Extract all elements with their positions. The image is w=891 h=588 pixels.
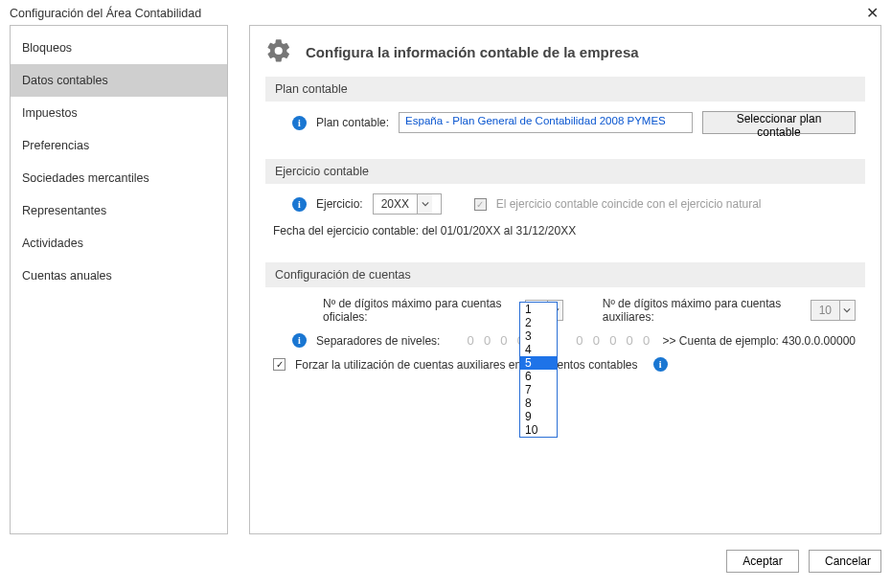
info-icon: i bbox=[292, 333, 307, 348]
dropdown-option[interactable]: 10 bbox=[520, 423, 557, 437]
dropdown-option[interactable]: 9 bbox=[520, 410, 557, 423]
ejercicio-select[interactable]: 20XX bbox=[373, 193, 442, 215]
sidebar-item-label: Actividades bbox=[22, 237, 83, 250]
sidebar-item-representantes[interactable]: Representantes bbox=[11, 194, 227, 227]
sidebar: Bloqueos Datos contables Impuestos Prefe… bbox=[10, 25, 228, 534]
dropdown-option[interactable]: 7 bbox=[520, 383, 557, 396]
sidebar-item-label: Cuentas anuales bbox=[22, 269, 112, 283]
example-account: >> Cuenta de ejemplo: 430.0.0.00000 bbox=[663, 334, 857, 348]
max-oficiales-dropdown[interactable]: 1 2 3 4 5 6 7 8 9 10 bbox=[519, 302, 558, 438]
select-plan-button[interactable]: Seleccionar plan contable bbox=[702, 111, 856, 134]
dropdown-option[interactable]: 6 bbox=[520, 370, 557, 383]
plan-contable-field[interactable]: España - Plan General de Contabilidad 20… bbox=[399, 112, 693, 133]
match-natural-checkbox: ✓ bbox=[474, 198, 487, 211]
button-label: Seleccionar plan contable bbox=[737, 112, 822, 139]
dropdown-option[interactable]: 4 bbox=[520, 343, 557, 356]
dropdown-option[interactable]: 1 bbox=[520, 303, 557, 316]
max-aux-label: Nº de dígitos máximo para cuentas auxili… bbox=[603, 297, 801, 324]
info-icon: i bbox=[292, 116, 307, 130]
button-label: Aceptar bbox=[742, 554, 782, 568]
dropdown-option[interactable]: 8 bbox=[520, 396, 557, 410]
main-panel: Configura la información contable de la … bbox=[249, 25, 881, 534]
dropdown-option[interactable]: 3 bbox=[520, 329, 557, 343]
dialog-footer: Aceptar Cancelar bbox=[0, 542, 891, 573]
select-value: 20XX bbox=[374, 197, 417, 211]
cancel-button[interactable]: Cancelar bbox=[809, 550, 881, 573]
info-icon: i bbox=[653, 357, 668, 372]
close-icon[interactable]: ✕ bbox=[862, 6, 881, 21]
chevron-down-icon bbox=[839, 301, 855, 320]
sidebar-item-datos-contables[interactable]: Datos contables bbox=[11, 64, 227, 97]
sidebar-item-impuestos[interactable]: Impuestos bbox=[11, 97, 227, 129]
forzar-aux-label: Forzar la utilización de cuentas auxilia… bbox=[295, 358, 638, 372]
plan-contable-value: España - Plan General de Contabilidad 20… bbox=[405, 115, 666, 126]
separators-preview: 0 0 0 0 0 0 0 0 0 bbox=[467, 333, 651, 348]
button-label: Cancelar bbox=[825, 554, 871, 568]
titlebar: Configuración del Área Contabilidad ✕ bbox=[0, 0, 891, 25]
match-natural-label: El ejercicio contable coincide con el ej… bbox=[496, 197, 762, 211]
section-title-plan-contable: Plan contable bbox=[265, 77, 865, 102]
page-heading: Configura la información contable de la … bbox=[306, 44, 639, 60]
sidebar-item-label: Representantes bbox=[22, 204, 106, 217]
max-aux-select: 10 bbox=[811, 300, 856, 321]
sidebar-item-preferencias[interactable]: Preferencias bbox=[11, 129, 227, 162]
window-title: Configuración del Área Contabilidad bbox=[10, 7, 201, 20]
dropdown-option-selected[interactable]: 5 bbox=[520, 356, 557, 370]
gear-icon bbox=[265, 37, 292, 67]
info-icon: i bbox=[292, 197, 307, 212]
ejercicio-dates: Fecha del ejercicio contable: del 01/01/… bbox=[273, 224, 576, 237]
forzar-aux-checkbox[interactable]: ✓ bbox=[273, 358, 286, 371]
sidebar-item-label: Datos contables bbox=[22, 74, 108, 87]
sidebar-item-actividades[interactable]: Actividades bbox=[11, 227, 227, 260]
dropdown-option[interactable]: 2 bbox=[520, 316, 557, 329]
section-title-cuentas: Configuración de cuentas bbox=[265, 262, 865, 287]
plan-contable-label: Plan contable: bbox=[316, 116, 389, 129]
max-oficiales-label: Nº de dígitos máximo para cuentas oficia… bbox=[323, 297, 515, 324]
sidebar-item-cuentas-anuales[interactable]: Cuentas anuales bbox=[11, 260, 227, 292]
sidebar-item-label: Impuestos bbox=[22, 106, 78, 120]
chevron-down-icon bbox=[417, 194, 432, 214]
sidebar-item-label: Bloqueos bbox=[22, 41, 72, 55]
sidebar-item-label: Sociedades mercantiles bbox=[22, 171, 149, 185]
separadores-label: Separadores de niveles: bbox=[316, 334, 440, 348]
section-title-ejercicio: Ejercicio contable bbox=[265, 159, 865, 184]
select-value: 10 bbox=[811, 304, 839, 317]
accept-button[interactable]: Aceptar bbox=[726, 550, 799, 573]
sidebar-item-sociedades-mercantiles[interactable]: Sociedades mercantiles bbox=[11, 162, 227, 194]
ejercicio-label: Ejercicio: bbox=[316, 197, 363, 211]
sidebar-item-label: Preferencias bbox=[22, 139, 89, 152]
sidebar-item-bloqueos[interactable]: Bloqueos bbox=[11, 32, 227, 64]
